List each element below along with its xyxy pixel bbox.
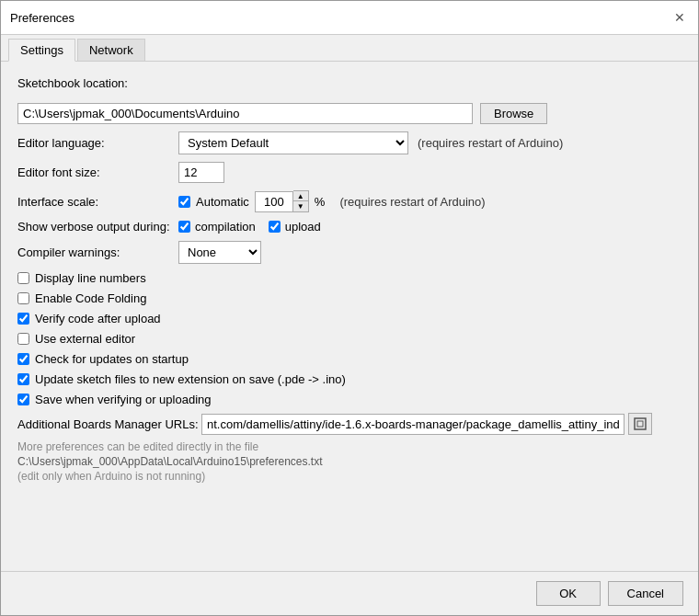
scale-unit: % <box>315 195 326 209</box>
sketchbook-row: Sketchbook location: <box>17 76 682 96</box>
font-size-label: Editor font size: <box>17 165 178 179</box>
ok-button[interactable]: OK <box>536 581 601 606</box>
boards-manager-urls-label: Additional Boards Manager URLs: <box>17 417 201 431</box>
enable-code-folding-label: Enable Code Folding <box>35 291 146 305</box>
checkbox-row-check-updates: Check for updates on startup <box>17 352 682 366</box>
compilation-label: compilation <box>195 220 256 234</box>
scale-controls: Automatic ▲ ▼ % (requires restart of Ard… <box>178 190 486 212</box>
language-restart-note: (requires restart of Arduino) <box>418 136 563 150</box>
external-editor-checkbox[interactable] <box>17 333 29 345</box>
tabs-container: Settings Network <box>1 35 698 62</box>
interface-scale-label: Interface scale: <box>17 195 178 209</box>
info-line2: (edit only when Arduino is not running) <box>17 470 682 483</box>
tab-network[interactable]: Network <box>77 39 145 61</box>
sketchbook-label: Sketchbook location: <box>17 76 128 90</box>
update-sketch-checkbox[interactable] <box>17 373 29 385</box>
check-updates-label: Check for updates on startup <box>35 352 189 366</box>
check-updates-checkbox[interactable] <box>17 353 29 365</box>
font-size-row: Editor font size: <box>17 162 682 183</box>
info-path: C:\Users\jpmak_000\AppData\Local\Arduino… <box>17 455 682 468</box>
scale-down-button[interactable]: ▼ <box>293 201 308 211</box>
scale-restart-note: (requires restart of Arduino) <box>339 195 485 209</box>
compiler-warnings-label: Compiler warnings: <box>17 245 178 259</box>
upload-checkbox[interactable] <box>269 221 281 233</box>
boards-manager-urls-input[interactable] <box>201 414 625 435</box>
urls-expand-button[interactable] <box>628 413 652 435</box>
close-button[interactable]: ✕ <box>670 8 689 27</box>
tab-settings[interactable]: Settings <box>8 39 75 62</box>
info-section: More preferences can be edited directly … <box>17 440 682 483</box>
expand-icon <box>634 417 647 430</box>
verify-code-checkbox[interactable] <box>17 313 29 325</box>
svg-rect-0 <box>635 418 646 429</box>
interface-scale-row: Interface scale: Automatic ▲ ▼ % (requir… <box>17 190 682 212</box>
automatic-checkbox[interactable] <box>178 196 190 208</box>
boards-manager-urls-row: Additional Boards Manager URLs: <box>17 413 682 435</box>
dialog-title: Preferences <box>10 11 74 25</box>
preferences-dialog: Preferences ✕ Settings Network Sketchboo… <box>0 0 699 616</box>
sketchbook-input[interactable] <box>17 103 473 124</box>
scale-spinner: ▲ ▼ <box>255 190 309 212</box>
title-bar: Preferences ✕ <box>1 1 698 35</box>
update-sketch-label: Update sketch files to new extension on … <box>35 372 346 386</box>
editor-language-label: Editor language: <box>17 136 178 150</box>
verbose-checkboxes: compilation upload <box>178 220 321 234</box>
compiler-warnings-select[interactable]: None Default More All <box>178 241 261 264</box>
editor-language-select[interactable]: System Default English French German <box>178 131 408 154</box>
scale-up-button[interactable]: ▲ <box>293 191 308 201</box>
settings-content: Sketchbook location: Browse Editor langu… <box>1 62 698 571</box>
external-editor-label: Use external editor <box>35 332 135 346</box>
svg-rect-1 <box>637 421 643 427</box>
compiler-warnings-row: Compiler warnings: None Default More All <box>17 241 682 264</box>
info-line1: More preferences can be edited directly … <box>17 440 682 453</box>
checkbox-row-code-folding: Enable Code Folding <box>17 291 682 305</box>
checkbox-row-save-verifying: Save when verifying or uploading <box>17 393 682 406</box>
browse-button[interactable]: Browse <box>480 103 547 124</box>
scale-value-input[interactable] <box>255 191 293 212</box>
save-verifying-checkbox[interactable] <box>17 394 29 405</box>
checkbox-row-external-editor: Use external editor <box>17 332 682 346</box>
checkbox-row-update-sketch: Update sketch files to new extension on … <box>17 372 682 386</box>
editor-language-row: Editor language: System Default English … <box>17 131 682 154</box>
spinner-buttons: ▲ ▼ <box>293 190 309 212</box>
upload-label: upload <box>285 220 321 234</box>
verify-code-label: Verify code after upload <box>35 312 161 325</box>
display-line-numbers-checkbox[interactable] <box>17 272 29 284</box>
verbose-output-label: Show verbose output during: <box>17 220 178 234</box>
sketchbook-input-row: Browse <box>17 103 682 124</box>
font-size-input[interactable] <box>178 162 224 183</box>
checkbox-row-verify-code: Verify code after upload <box>17 312 682 325</box>
cancel-button[interactable]: Cancel <box>608 581 683 606</box>
enable-code-folding-checkbox[interactable] <box>17 292 29 304</box>
checkbox-group: Display line numbers Enable Code Folding… <box>17 271 682 406</box>
footer: OK Cancel <box>1 571 698 615</box>
save-verifying-label: Save when verifying or uploading <box>35 393 212 406</box>
compilation-checkbox[interactable] <box>178 221 190 233</box>
display-line-numbers-label: Display line numbers <box>35 271 146 285</box>
automatic-label: Automatic <box>196 195 249 209</box>
verbose-output-row: Show verbose output during: compilation … <box>17 220 682 234</box>
checkbox-row-display-line-numbers: Display line numbers <box>17 271 682 285</box>
